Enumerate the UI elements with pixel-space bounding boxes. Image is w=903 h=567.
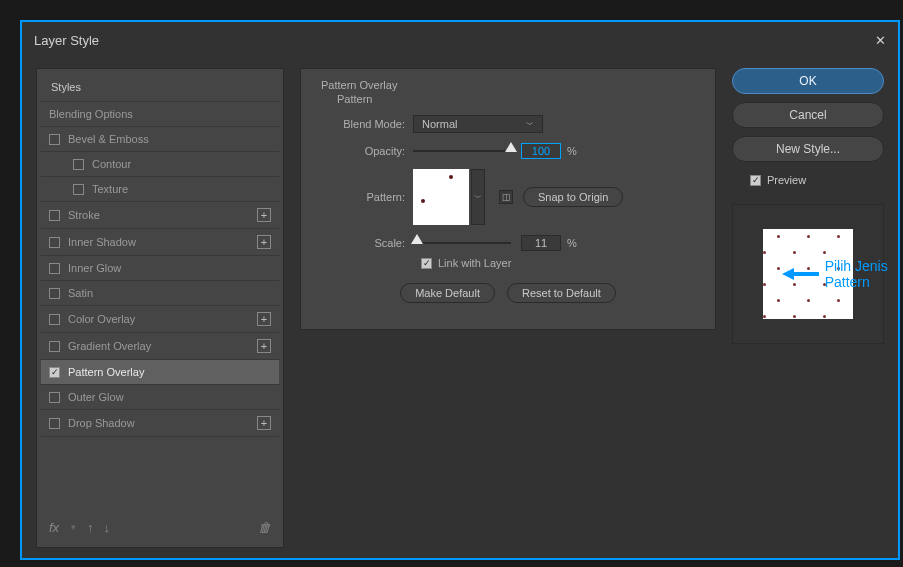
fx-menu-icon[interactable]: fx [49,520,59,535]
snap-to-origin-button[interactable]: Snap to Origin [523,187,623,207]
plus-icon[interactable]: + [257,312,271,326]
style-row-blending[interactable]: Blending Options [41,102,279,127]
checkbox[interactable] [49,341,60,352]
style-label: Pattern Overlay [68,366,144,378]
checkbox[interactable] [49,288,60,299]
style-label: Inner Shadow [68,236,136,248]
arrow-down-icon[interactable]: ↓ [104,520,111,535]
checkbox[interactable] [49,418,60,429]
opacity-label: Opacity: [321,145,413,157]
new-preset-icon[interactable]: ◫ [499,190,513,204]
settings-panel: Pattern Overlay Pattern Blend Mode: Norm… [300,68,716,330]
style-row-bevel[interactable]: Bevel & Emboss [41,127,279,152]
new-style-button[interactable]: New Style... [732,136,884,162]
preview-box [732,204,884,344]
style-row-contour[interactable]: Contour [41,152,279,177]
checkbox[interactable] [49,314,60,325]
style-row-texture[interactable]: Texture [41,177,279,202]
make-default-button[interactable]: Make Default [400,283,495,303]
opacity-slider[interactable] [413,144,511,158]
link-label: Link with Layer [438,257,511,269]
style-label: Texture [92,183,128,195]
opacity-unit: % [567,145,577,157]
blend-mode-label: Blend Mode: [321,118,413,130]
checkbox[interactable] [49,237,60,248]
style-label: Drop Shadow [68,417,135,429]
ok-button[interactable]: OK [732,68,884,94]
pattern-swatch[interactable] [413,169,469,225]
plus-icon[interactable]: + [257,416,271,430]
cancel-button[interactable]: Cancel [732,102,884,128]
settings-subheader: Pattern [337,93,695,105]
close-icon[interactable]: ✕ [875,33,886,48]
opacity-input[interactable] [521,143,561,159]
chevron-down-icon[interactable]: ▼ [69,523,77,532]
window-title: Layer Style [34,33,99,48]
preview-label: Preview [767,174,806,186]
style-label: Color Overlay [68,313,135,325]
scale-slider[interactable] [413,236,511,250]
style-label: Satin [68,287,93,299]
checkbox[interactable] [73,184,84,195]
checkbox[interactable] [73,159,84,170]
preview-swatch [763,229,853,319]
style-row-gradientoverlay[interactable]: Gradient Overlay + [41,333,279,360]
pattern-dropdown[interactable]: ﹀ [471,169,485,225]
preview-checkbox[interactable] [750,175,761,186]
titlebar: Layer Style ✕ [22,22,898,58]
style-label: Contour [92,158,131,170]
scale-label: Scale: [321,237,413,249]
styles-footer: fx ▼ ↑ ↓ 🗑 [41,512,279,543]
style-row-stroke[interactable]: Stroke + [41,202,279,229]
style-row-innerglow[interactable]: Inner Glow [41,256,279,281]
scale-unit: % [567,237,577,249]
style-row-dropshadow[interactable]: Drop Shadow + [41,410,279,437]
blend-mode-value: Normal [422,118,457,130]
checkbox[interactable] [49,134,60,145]
styles-panel: Styles Blending Options Bevel & Emboss C… [36,68,284,548]
right-panel: OK Cancel New Style... Preview [732,68,884,548]
plus-icon[interactable]: + [257,339,271,353]
arrow-up-icon[interactable]: ↑ [87,520,94,535]
pattern-label: Pattern: [321,191,413,203]
plus-icon[interactable]: + [257,235,271,249]
trash-icon[interactable]: 🗑 [258,520,271,535]
reset-default-button[interactable]: Reset to Default [507,283,616,303]
style-label: Blending Options [49,108,133,120]
style-label: Outer Glow [68,391,124,403]
scale-input[interactable] [521,235,561,251]
checkbox[interactable] [49,210,60,221]
checkbox[interactable] [49,392,60,403]
checkbox[interactable] [49,367,60,378]
blend-mode-select[interactable]: Normal ﹀ [413,115,543,133]
style-row-patternoverlay[interactable]: Pattern Overlay [41,360,279,385]
chevron-down-icon: ﹀ [526,119,534,130]
plus-icon[interactable]: + [257,208,271,222]
styles-header: Styles [41,73,279,102]
settings-header: Pattern Overlay [321,79,695,91]
style-label: Stroke [68,209,100,221]
style-label: Bevel & Emboss [68,133,149,145]
link-checkbox[interactable] [421,258,432,269]
style-label: Gradient Overlay [68,340,151,352]
style-label: Inner Glow [68,262,121,274]
style-row-coloroverlay[interactable]: Color Overlay + [41,306,279,333]
style-row-satin[interactable]: Satin [41,281,279,306]
style-row-innershadow[interactable]: Inner Shadow + [41,229,279,256]
style-row-outerglow[interactable]: Outer Glow [41,385,279,410]
checkbox[interactable] [49,263,60,274]
